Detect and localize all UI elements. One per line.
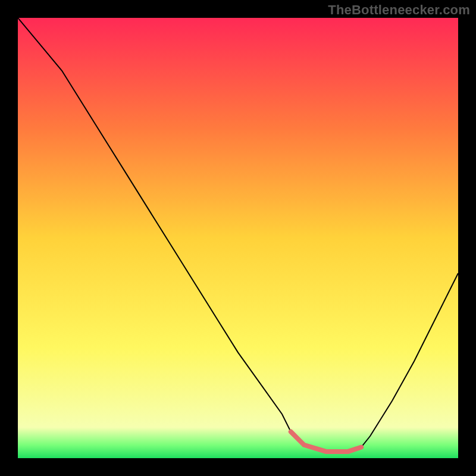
- plot-area: [18, 18, 458, 458]
- watermark-text: TheBottleneecker.com: [328, 2, 470, 18]
- heatmap-background: [18, 18, 458, 458]
- bottleneck-curve-chart: [18, 18, 458, 458]
- chart-frame: TheBottleneecker.com: [0, 0, 476, 476]
